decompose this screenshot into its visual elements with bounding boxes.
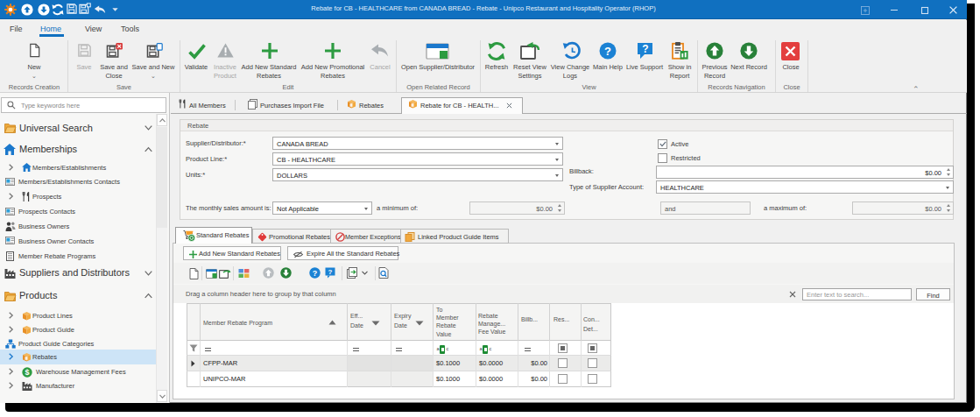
svg-text:?: ? (313, 269, 318, 278)
svg-text:?: ? (642, 43, 648, 55)
svg-text:?: ? (328, 268, 333, 276)
svg-text:$: $ (25, 368, 29, 377)
svg-text:?: ? (604, 45, 611, 58)
